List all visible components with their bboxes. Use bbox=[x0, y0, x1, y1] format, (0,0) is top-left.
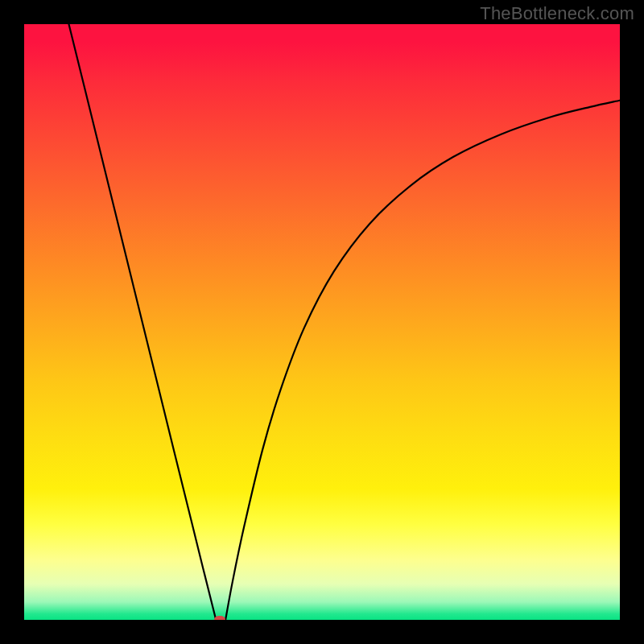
bottleneck-curve bbox=[24, 24, 620, 620]
chart-frame: TheBottleneck.com bbox=[0, 0, 644, 644]
minimum-marker bbox=[214, 616, 225, 620]
watermark-text: TheBottleneck.com bbox=[480, 3, 634, 24]
plot-area bbox=[24, 24, 620, 620]
